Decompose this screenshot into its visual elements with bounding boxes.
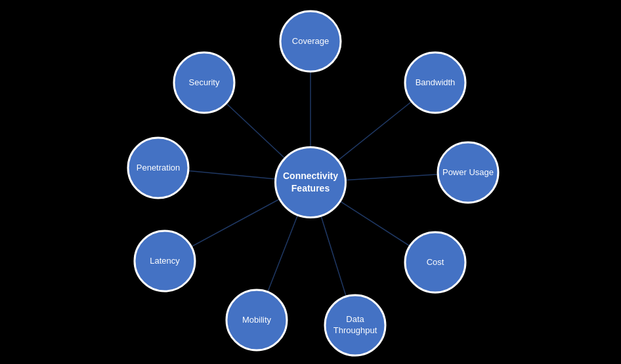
node-power-usage: Power Usage: [437, 141, 500, 203]
node-mobility: Mobility: [226, 289, 288, 351]
node-security: Security: [173, 51, 236, 113]
node-data-throughput: DataThroughput: [324, 294, 387, 356]
center-node: ConnectivityFeatures: [274, 146, 347, 218]
node-coverage: Coverage: [280, 10, 342, 72]
diagram-container: ConnectivityFeatures CoverageBandwidthPo…: [114, 5, 507, 359]
node-penetration: Penetration: [127, 136, 190, 199]
node-bandwidth: Bandwidth: [404, 51, 467, 113]
node-cost: Cost: [404, 231, 467, 293]
node-latency: Latency: [134, 230, 196, 292]
